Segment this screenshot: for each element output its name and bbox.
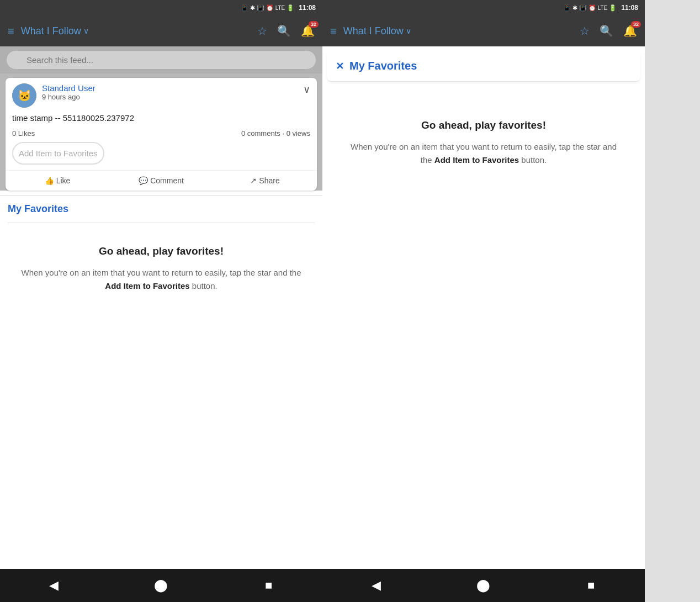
search-bar-left: 🔍 <box>0 46 322 73</box>
nav-title-text-left[interactable]: What I Follow <box>21 25 81 37</box>
nav-chevron-right[interactable]: ∨ <box>406 27 411 35</box>
alarm-icon-right: ⏰ <box>588 4 596 12</box>
comment-label: Comment <box>150 176 184 185</box>
post-user-info: Standard User 9 hours ago <box>42 83 96 101</box>
battery-icon-right: 🔋 <box>609 4 617 12</box>
nav-title-text-right[interactable]: What I Follow <box>343 25 404 37</box>
search-input-left[interactable] <box>7 51 316 69</box>
status-icons-left: 📱 ✱ 📳 ⏰ LTE 🔋 <box>241 4 295 12</box>
recent-button-left[interactable]: ■ <box>258 574 280 596</box>
post-actions-row: 👍 Like 💬 Comment ↗ Share <box>6 170 317 191</box>
right-phone-screen: 📱 ✱ 📳 ⏰ LTE 🔋 11:08 ≡ What I Follow ∨ ☆ … <box>322 0 645 602</box>
empty-text-part2-right: button. <box>519 155 547 165</box>
bottom-nav-right: ◀ ⬤ ■ <box>322 569 645 602</box>
left-phone-screen: 📱 ✱ 📳 ⏰ LTE 🔋 11:08 ≡ What I Follow ∨ ☆ … <box>0 0 322 602</box>
search-icon-left[interactable]: 🔍 <box>277 24 291 38</box>
menu-icon-left[interactable]: ≡ <box>8 25 14 38</box>
post-views: 0 views <box>287 129 310 138</box>
home-button-left[interactable]: ⬤ <box>150 574 172 596</box>
post-card: 🐱 Standard User 9 hours ago ∨ time stamp… <box>6 78 317 191</box>
battery-icon: 🔋 <box>287 4 294 12</box>
empty-text-bold-right: Add Item to Favorites <box>434 155 519 165</box>
search-icon-right[interactable]: 🔍 <box>600 24 613 38</box>
post-username[interactable]: Standard User <box>42 83 96 93</box>
avatar: 🐱 <box>12 83 36 108</box>
notification-badge-left: 32 <box>309 21 319 28</box>
bell-icon-right[interactable]: 🔔 32 <box>623 24 637 38</box>
feed-area: 🔍 🐱 Standard User 9 hours ago ∨ time sta <box>0 46 322 191</box>
post-comments-views: 0 comments · 0 views <box>241 129 310 138</box>
back-button-right[interactable]: ◀ <box>365 574 387 596</box>
star-icon-right[interactable]: ☆ <box>580 24 590 38</box>
post-comments: 0 comments <box>241 129 280 138</box>
my-favorites-row-left: My Favorites <box>0 195 322 223</box>
comment-button[interactable]: 💬 Comment <box>109 171 213 191</box>
back-button-left[interactable]: ◀ <box>43 574 65 596</box>
like-button[interactable]: 👍 Like <box>6 171 109 191</box>
post-header: 🐱 Standard User 9 hours ago ∨ <box>6 78 317 113</box>
post-likes: 0 Likes <box>12 129 35 138</box>
search-container-left: 🔍 <box>7 51 316 69</box>
avatar-image: 🐱 <box>12 83 36 108</box>
bluetooth-icon-right: ✱ <box>572 4 577 12</box>
share-icon: ↗ <box>250 176 257 185</box>
bell-icon-left[interactable]: 🔔 32 <box>301 24 315 38</box>
share-label: Share <box>259 176 279 185</box>
nav-actions-right: ☆ 🔍 🔔 32 <box>580 24 637 38</box>
nav-bar-left: ≡ What I Follow ∨ ☆ 🔍 🔔 32 <box>0 15 322 46</box>
status-icons-right: 📱 ✱ 📳 ⏰ LTE 🔋 <box>563 4 617 12</box>
post-time: 9 hours ago <box>42 93 96 101</box>
favorites-empty-title-right: Go ahead, play favorites! <box>344 119 623 131</box>
post-header-left: 🐱 Standard User 9 hours ago <box>12 83 96 108</box>
like-icon: 👍 <box>45 176 54 185</box>
vibrate-icon-right: 📳 <box>579 4 587 12</box>
favorites-header-right: ✕ My Favorites <box>327 51 640 82</box>
post-body: time stamp -- 551180025.237972 <box>6 113 317 127</box>
status-time-left: 11:08 <box>299 4 316 12</box>
favorites-empty-title-left: Go ahead, play favorites! <box>17 245 306 257</box>
nav-title-right: What I Follow ∨ <box>343 25 575 37</box>
favorites-header-title: My Favorites <box>349 60 417 72</box>
add-favorites-button[interactable]: Add Item to Favorites <box>12 142 104 165</box>
comment-icon: 💬 <box>139 176 148 185</box>
favorites-empty-right: Go ahead, play favorites! When you're on… <box>322 86 645 200</box>
status-bar-right: 📱 ✱ 📳 ⏰ LTE 🔋 11:08 <box>322 0 645 15</box>
post-expand-icon[interactable]: ∨ <box>303 83 310 96</box>
my-favorites-title-left[interactable]: My Favorites <box>8 203 68 214</box>
phone-icon: 📱 <box>241 4 248 12</box>
status-bar-left: 📱 ✱ 📳 ⏰ LTE 🔋 11:08 <box>0 0 322 15</box>
vibrate-icon: 📳 <box>257 4 264 12</box>
nav-title-left: What I Follow ∨ <box>21 25 253 37</box>
menu-icon-right[interactable]: ≡ <box>330 25 337 38</box>
notification-badge-right: 32 <box>631 21 641 28</box>
home-button-right[interactable]: ⬤ <box>473 574 495 596</box>
empty-text-part2-left: button. <box>190 281 218 291</box>
share-button[interactable]: ↗ Share <box>213 171 317 191</box>
favorites-empty-text-right: When you're on an item that you want to … <box>344 140 623 167</box>
bottom-nav-left: ◀ ⬤ ■ <box>0 569 322 602</box>
post-separator: · <box>282 129 286 138</box>
phone-icon-right: 📱 <box>563 4 571 12</box>
post-stats: 0 Likes 0 comments · 0 views <box>6 127 317 142</box>
star-icon-left[interactable]: ☆ <box>257 24 267 38</box>
signal-icon: LTE <box>275 5 285 11</box>
empty-text-part1-left: When you're on an item that you want to … <box>21 268 301 277</box>
bluetooth-icon: ✱ <box>250 4 255 12</box>
like-label: Like <box>56 176 71 185</box>
status-time-right: 11:08 <box>621 4 638 12</box>
close-favorites-button[interactable]: ✕ <box>336 60 344 72</box>
nav-bar-right: ≡ What I Follow ∨ ☆ 🔍 🔔 32 <box>322 15 645 46</box>
nav-actions-left: ☆ 🔍 🔔 32 <box>257 24 315 38</box>
signal-icon-right: LTE <box>598 5 608 11</box>
alarm-icon: ⏰ <box>266 4 274 12</box>
nav-chevron-left[interactable]: ∨ <box>83 27 89 35</box>
favorites-empty-left: Go ahead, play favorites! When you're on… <box>0 223 322 315</box>
favorites-empty-text-left: When you're on an item that you want to … <box>17 266 306 293</box>
recent-button-right[interactable]: ■ <box>580 574 602 596</box>
empty-text-bold-left: Add Item to Favorites <box>105 281 189 291</box>
